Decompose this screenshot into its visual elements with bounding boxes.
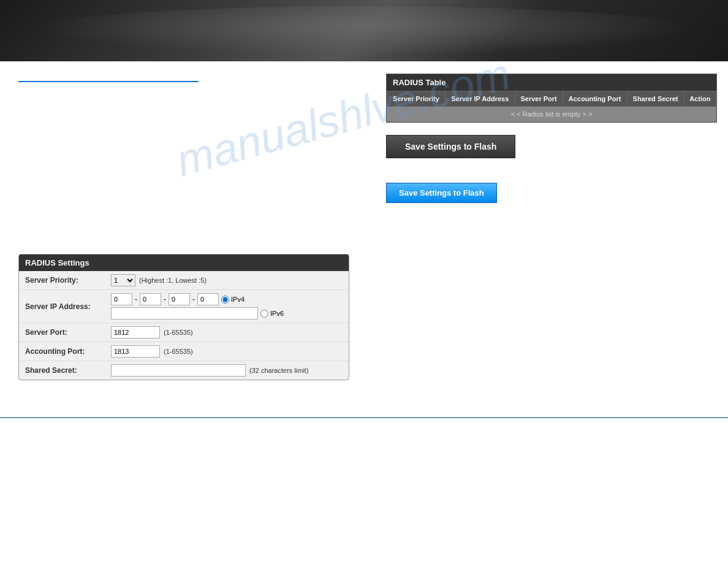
radius-table-container: RADIUS Table Server Priority Server IP A… xyxy=(386,74,717,123)
server-priority-value: 1 2 3 4 5 (Highest :1, Lowest :5) xyxy=(111,274,343,286)
accounting-port-hint: (1-65535) xyxy=(164,348,193,355)
col-action: Action xyxy=(684,91,716,107)
save-dark-container: Save Settings to Flash xyxy=(386,135,717,170)
server-port-input[interactable] xyxy=(111,326,160,339)
save-blue-button[interactable]: Save Settings to Flash xyxy=(386,183,497,203)
ipv6-label: IPv6 xyxy=(270,310,284,317)
col-server-port: Server Port xyxy=(515,91,563,107)
save-dark-button[interactable]: Save Settings to Flash xyxy=(386,135,515,158)
accounting-port-value: (1-65535) xyxy=(111,345,343,358)
radius-table-title: RADIUS Table xyxy=(387,74,716,91)
radius-table: Server Priority Server IP Address Server… xyxy=(387,91,716,122)
server-priority-label: Server Priority: xyxy=(25,276,111,285)
bottom-border xyxy=(0,417,728,421)
server-ip-value: - - - IPv4 xyxy=(111,293,343,320)
col-shared-secret: Shared Secret xyxy=(627,91,684,107)
accounting-port-row: Accounting Port: (1-65535) xyxy=(19,342,349,361)
shared-secret-row: Shared Secret: (32 characters limit) xyxy=(19,361,349,380)
server-priority-select[interactable]: 1 2 3 4 5 xyxy=(111,274,135,286)
server-priority-hint: (Highest :1, Lowest :5) xyxy=(139,277,207,284)
header-banner xyxy=(0,0,728,61)
ipv4-radio-label[interactable]: IPv4 xyxy=(221,296,245,304)
server-port-hint: (1-65535) xyxy=(164,329,193,336)
ip-row-container: - - - IPv4 xyxy=(111,293,284,320)
ipv4-radio[interactable] xyxy=(221,296,229,304)
ipv6-radio[interactable] xyxy=(260,310,268,318)
server-priority-row: Server Priority: 1 2 3 4 5 (Highest :1, … xyxy=(19,271,349,290)
radius-settings-box: RADIUS Settings Server Priority: 1 2 3 4… xyxy=(18,254,349,380)
right-panel: RADIUS Table Server Priority Server IP A… xyxy=(386,74,717,380)
col-server-priority: Server Priority xyxy=(387,91,446,107)
shared-secret-value: (32 characters limit) xyxy=(111,364,343,377)
left-panel: ________________________________________… xyxy=(18,74,374,380)
table-empty-row: < < Radius list is empty > > xyxy=(387,107,716,122)
server-ip-row: Server IP Address: - - - xyxy=(19,290,349,323)
ipv4-label: IPv4 xyxy=(231,296,245,303)
ip-octet2[interactable] xyxy=(140,293,161,305)
shared-secret-label: Shared Secret: xyxy=(25,366,111,375)
shared-secret-input[interactable] xyxy=(111,364,246,377)
ipv6-input[interactable] xyxy=(111,307,258,320)
table-header-row: Server Priority Server IP Address Server… xyxy=(387,91,716,107)
server-port-value: (1-65535) xyxy=(111,326,343,339)
accounting-port-input[interactable] xyxy=(111,345,160,358)
nav-link[interactable]: ________________________________________… xyxy=(18,74,374,82)
ipv4-row: - - - IPv4 xyxy=(111,293,284,305)
server-port-label: Server Port: xyxy=(25,328,111,337)
table-empty-message: < < Radius list is empty > > xyxy=(387,107,716,122)
save-blue-container: Save Settings to Flash xyxy=(386,183,717,203)
ipv6-radio-label[interactable]: IPv6 xyxy=(260,310,284,318)
shared-secret-hint: (32 characters limit) xyxy=(249,367,309,374)
col-accounting-port: Accounting Port xyxy=(563,91,627,107)
ip-octet1[interactable] xyxy=(111,293,132,305)
ip-octet3[interactable] xyxy=(169,293,190,305)
server-ip-label: Server IP Address: xyxy=(25,302,111,311)
accounting-port-label: Accounting Port: xyxy=(25,347,111,356)
ipv6-row: IPv6 xyxy=(111,307,284,320)
col-server-ip: Server IP Address xyxy=(445,91,515,107)
ip-octet4[interactable] xyxy=(197,293,219,305)
radius-settings-title: RADIUS Settings xyxy=(19,255,349,271)
server-port-row: Server Port: (1-65535) xyxy=(19,323,349,342)
